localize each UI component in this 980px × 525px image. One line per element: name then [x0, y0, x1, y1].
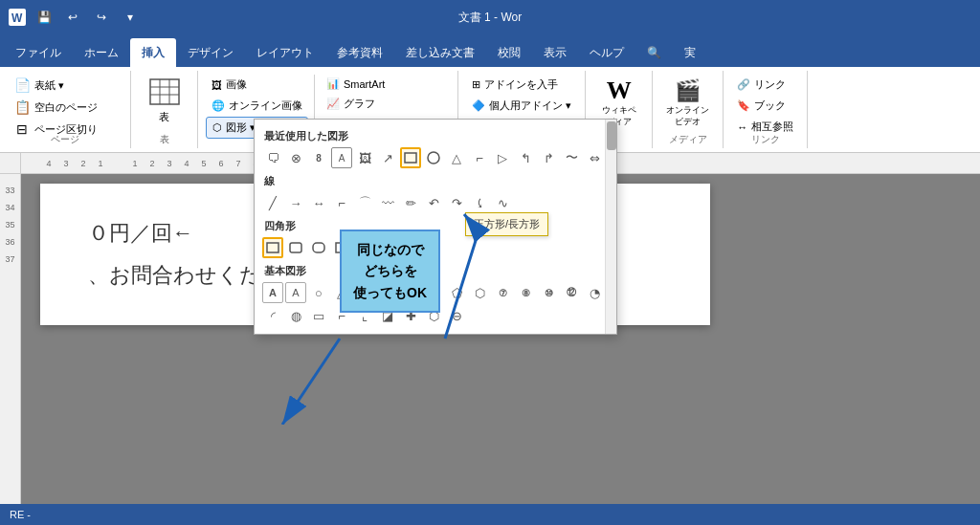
tab-file[interactable]: ファイル — [4, 38, 73, 67]
shape-arrow-right-recent[interactable]: ▷ — [492, 147, 513, 168]
status-text: RE - — [10, 509, 31, 520]
shape-rectangle-main[interactable] — [262, 237, 283, 258]
tab-review[interactable]: 校閲 — [486, 38, 532, 67]
shape-double-arrow-line[interactable]: ↔ — [308, 192, 329, 213]
shape-elbow[interactable]: ⌐ — [331, 192, 352, 213]
shape-text-a[interactable]: A — [262, 282, 283, 303]
shape-teardrop[interactable]: ◍ — [285, 305, 306, 326]
shape-textbox[interactable]: A — [331, 147, 352, 168]
shape-arrow-line1[interactable]: → — [285, 192, 306, 213]
page-buttons: 📄 表紙 ▾ 📋 空白のページ ⊟ ページ区切り — [8, 75, 122, 140]
shape-hexagon[interactable]: ⬡ — [469, 282, 490, 303]
chart-icon: 📈 — [326, 98, 340, 110]
link-button[interactable]: 🔗 リンク — [731, 75, 799, 95]
shape-rect2[interactable] — [285, 237, 306, 258]
shape-x-circle[interactable]: ⊗ — [285, 147, 306, 168]
shape-7[interactable]: ⑦ — [492, 282, 513, 303]
shape-arrow-curved1[interactable]: ↰ — [515, 147, 536, 168]
shape-freeform[interactable]: 〰 — [377, 192, 398, 213]
smartart-button[interactable]: 📊 SmartArt — [321, 75, 450, 93]
online-image-icon: 🌐 — [212, 99, 225, 112]
get-addins-button[interactable]: ⊞ アドインを入手 — [466, 75, 577, 95]
shape-curve[interactable]: ⌒ — [354, 192, 375, 213]
tab-layout[interactable]: レイアウト — [245, 38, 325, 67]
shape-speech-bubble[interactable]: 🗨 — [262, 147, 283, 168]
svg-point-8 — [428, 152, 439, 164]
redo-button[interactable]: ↪ — [90, 6, 113, 29]
bookmark-button[interactable]: 🔖 ブック — [731, 96, 799, 116]
tab-view[interactable]: 表示 — [532, 38, 578, 67]
ribbon-group-links: 🔗 リンク 🔖 ブック ↔ 相互参照 リンク — [724, 71, 808, 148]
shapes-scrollbar[interactable] — [605, 120, 616, 334]
shape-frame[interactable]: ▭ — [308, 305, 329, 326]
online-image-button[interactable]: 🌐 オンライン画像 — [206, 96, 308, 116]
shape-double-arrow[interactable]: ⇔ — [584, 147, 605, 168]
shape-8b[interactable]: ⑧ — [515, 282, 536, 303]
shape-chord[interactable]: ◜ — [262, 305, 283, 326]
title-bar: W 💾 ↩ ↪ ▾ 文書 1 - Wor — [0, 0, 980, 34]
media-group-label: メディア — [653, 133, 723, 146]
shape-bracket[interactable]: ⌐ — [469, 147, 490, 168]
tab-implement[interactable]: 実 — [673, 38, 707, 67]
document-title: 文書 1 - Wor — [458, 10, 522, 26]
cover-page-button[interactable]: 📄 表紙 ▾ — [8, 75, 122, 96]
svg-rect-7 — [405, 153, 416, 163]
image-button[interactable]: 🖼 画像 — [206, 75, 308, 95]
vertical-ruler: 33 34 35 36 37 — [0, 174, 21, 504]
chart-button[interactable]: 📈 グラフ — [321, 94, 450, 114]
shape-curved-conn1[interactable]: ↶ — [423, 192, 444, 213]
links-col: 🔗 リンク 🔖 ブック ↔ 相互参照 — [731, 75, 799, 137]
svg-text:W: W — [11, 11, 23, 25]
shape-12[interactable]: ⑫ — [561, 282, 582, 303]
scrollbar-thumb — [607, 121, 616, 150]
tab-insert[interactable]: 挿入 — [130, 38, 176, 67]
undo-button[interactable]: ↩ — [61, 6, 84, 29]
shape-wave[interactable]: 〜 — [561, 147, 582, 168]
svg-rect-11 — [313, 243, 324, 252]
shape-arrow-line[interactable]: ↗ — [377, 147, 398, 168]
shape-arrow-curved2[interactable]: ↱ — [538, 147, 559, 168]
online-video-button[interactable]: 🎬 オンラインビデオ — [660, 75, 715, 131]
shape-curved-conn2[interactable]: ↷ — [446, 192, 467, 213]
tab-search[interactable]: 🔍 — [635, 38, 673, 67]
shape-pentagon[interactable]: ⬠ — [446, 282, 467, 303]
shape-circle-recent[interactable] — [423, 147, 444, 168]
recent-shapes-title: 最近使用した図形 — [255, 125, 616, 145]
personal-addins-icon: 🔷 — [472, 99, 485, 112]
tab-home[interactable]: ホーム — [73, 38, 130, 67]
ribbon-group-page: 📄 表紙 ▾ 📋 空白のページ ⊟ ページ区切り ページ — [0, 71, 131, 148]
page-group-label: ページ — [0, 133, 130, 146]
ribbon-group-table: 表 表 — [131, 71, 198, 148]
lines-title: 線 — [255, 170, 616, 190]
tab-mailings[interactable]: 差し込み文書 — [394, 38, 486, 67]
tab-design[interactable]: デザイン — [176, 38, 245, 67]
svg-rect-10 — [290, 243, 301, 252]
save-button[interactable]: 💾 — [33, 6, 56, 29]
shape-text-a2[interactable]: A — [285, 282, 306, 303]
shape-line[interactable]: ╱ — [262, 192, 283, 213]
shape-scribble[interactable]: ✏ — [400, 192, 421, 213]
shape-10[interactable]: ⑩ — [538, 282, 559, 303]
shape-oval[interactable]: ○ — [308, 282, 329, 303]
title-bar-left: W 💾 ↩ ↪ ▾ — [8, 6, 142, 29]
shape-8[interactable]: 8 — [308, 147, 329, 168]
qat-dropdown[interactable]: ▾ — [119, 6, 142, 29]
ribbon-group-media: 🎬 オンラインビデオ メディア — [653, 71, 724, 148]
personal-addins-button[interactable]: 🔷 個人用アドイン ▾ — [466, 96, 577, 116]
video-label: オンラインビデオ — [666, 105, 709, 127]
addins-col: ⊞ アドインを入手 🔷 個人用アドイン ▾ — [466, 75, 577, 116]
table-button[interactable]: 表 — [142, 75, 188, 128]
blank-page-button[interactable]: 📋 空白のページ — [8, 97, 122, 118]
shape-curved-conn3[interactable]: ⤹ — [469, 192, 490, 213]
tab-help[interactable]: ヘルプ — [578, 38, 635, 67]
shape-placeholder[interactable]: 🖼 — [354, 147, 375, 168]
shape-triangle-recent[interactable]: △ — [446, 147, 467, 168]
shape-cylinder[interactable]: ⊖ — [446, 305, 467, 326]
tab-references[interactable]: 参考資料 — [325, 38, 394, 67]
links-group-label: リンク — [724, 133, 807, 146]
shape-wave-conn[interactable]: ∿ — [492, 192, 513, 213]
shape-rounded-rect[interactable] — [308, 237, 329, 258]
shape-pie[interactable]: ◔ — [584, 282, 605, 303]
shape-rectangle-recent[interactable] — [400, 147, 421, 168]
table-icon — [149, 78, 180, 110]
